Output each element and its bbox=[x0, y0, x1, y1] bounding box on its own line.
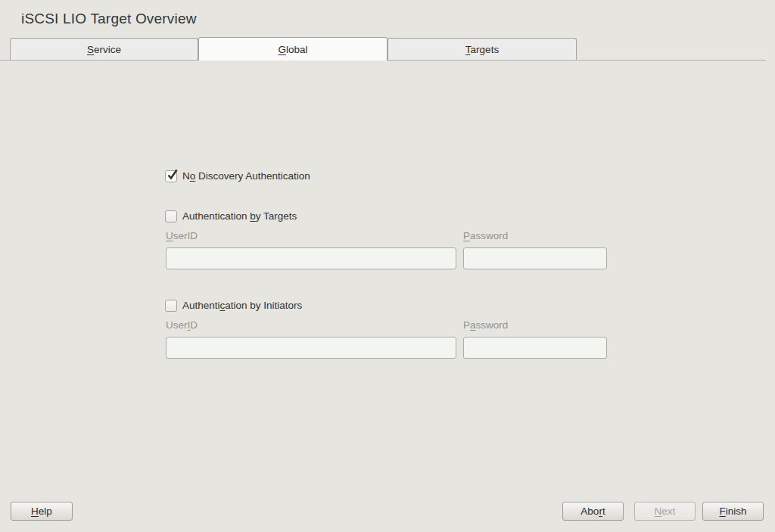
checkbox-label: Authentication by Targets bbox=[182, 210, 297, 222]
checkbox-authentication-by-targets[interactable]: Authentication by Targets bbox=[165, 210, 297, 222]
checkbox-authentication-by-initiators[interactable]: Authentication by Initiators bbox=[165, 299, 302, 312]
checkbox-box[interactable] bbox=[165, 300, 177, 312]
targets-password-input[interactable] bbox=[463, 247, 607, 269]
tab-global-label: Global bbox=[278, 44, 307, 55]
tab-global[interactable]: Global bbox=[198, 37, 388, 61]
checkbox-label: No Discovery Authentication bbox=[182, 170, 310, 182]
checkbox-box[interactable] bbox=[165, 170, 177, 182]
checkbox-no-discovery-authentication[interactable]: No Discovery Authentication bbox=[165, 170, 310, 182]
tab-service-label: Service bbox=[87, 44, 121, 55]
abort-button[interactable]: Abort bbox=[562, 502, 624, 521]
initiators-userid-input[interactable] bbox=[166, 337, 456, 359]
initiators-userid-label: UserID bbox=[166, 319, 198, 331]
targets-userid-input[interactable] bbox=[166, 247, 456, 269]
finish-button[interactable]: Finish bbox=[702, 502, 764, 521]
page-title: iSCSI LIO Target Overview bbox=[21, 11, 197, 27]
initiators-password-label: Password bbox=[463, 319, 508, 331]
next-button[interactable]: Next bbox=[634, 502, 696, 521]
help-button[interactable]: Help bbox=[11, 502, 73, 521]
targets-userid-label: UserID bbox=[166, 230, 198, 241]
tab-targets[interactable]: Targets bbox=[388, 38, 577, 60]
checkbox-label: Authentication by Initiators bbox=[182, 300, 302, 311]
targets-password-label: Password bbox=[463, 230, 508, 241]
tab-service[interactable]: Service bbox=[10, 38, 198, 60]
checkbox-box[interactable] bbox=[165, 210, 177, 222]
initiators-password-input[interactable] bbox=[463, 337, 607, 359]
tab-targets-label: Targets bbox=[465, 44, 499, 55]
